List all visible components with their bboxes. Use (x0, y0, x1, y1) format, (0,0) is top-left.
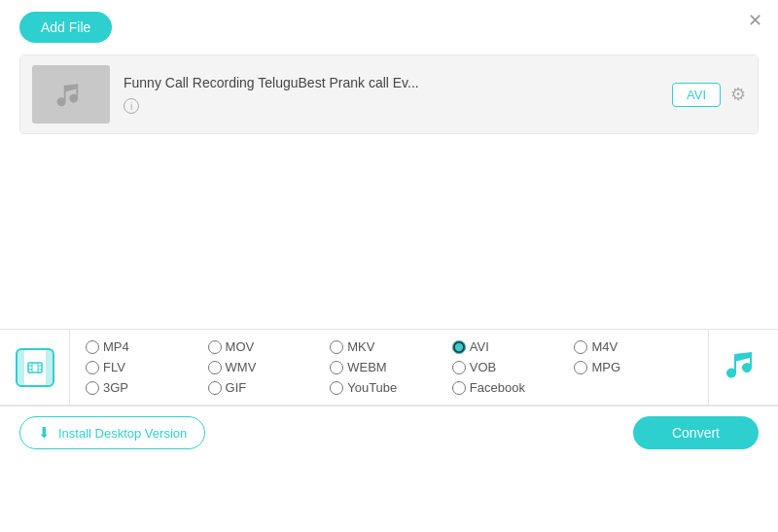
film-icon (16, 348, 54, 387)
format-option-vob[interactable]: VOB (452, 360, 571, 374)
download-icon: ⬇ (38, 424, 51, 442)
format-option-m4v[interactable]: M4V (574, 339, 692, 354)
format-badge-button[interactable]: AVI (672, 83, 721, 107)
close-button[interactable]: ✕ (748, 12, 762, 29)
format-option-mpg[interactable]: MPG (574, 360, 692, 374)
format-option-3gp[interactable]: 3GP (86, 380, 204, 395)
video-format-tab[interactable] (0, 330, 70, 405)
convert-button[interactable]: Convert (633, 416, 759, 449)
file-actions: AVI ⚙ (672, 83, 746, 107)
file-name: Funny Call Recording TeluguBest Prank ca… (124, 75, 672, 90)
format-option-wmv[interactable]: WMV (208, 360, 327, 374)
settings-icon[interactable]: ⚙ (730, 84, 746, 105)
format-option-facebook[interactable]: Facebook (452, 380, 571, 395)
file-item: Funny Call Recording TeluguBest Prank ca… (20, 55, 758, 133)
format-option-youtube[interactable]: YouTube (330, 380, 448, 395)
file-list: Funny Call Recording TeluguBest Prank ca… (19, 54, 759, 134)
format-option-gif[interactable]: GIF (208, 380, 327, 395)
format-area: MP4 MOV MKV AVI M4V FLV WMV WEBM VOB MPG (0, 329, 778, 405)
audio-tab-icon (726, 346, 761, 388)
install-desktop-button[interactable]: ⬇ Install Desktop Version (19, 416, 205, 449)
bottom-bar: ⬇ Install Desktop Version Convert (0, 406, 778, 459)
file-info: Funny Call Recording TeluguBest Prank ca… (110, 75, 672, 115)
empty-area (0, 134, 778, 329)
format-grid: MP4 MOV MKV AVI M4V FLV WMV WEBM VOB MPG (70, 330, 708, 405)
format-option-mov[interactable]: MOV (208, 339, 327, 354)
format-option-mp4[interactable]: MP4 (86, 339, 204, 354)
format-option-webm[interactable]: WEBM (330, 360, 448, 374)
add-file-button[interactable]: Add File (19, 12, 112, 43)
info-icon[interactable]: i (124, 98, 139, 114)
file-thumbnail (32, 65, 110, 124)
format-option-mkv[interactable]: MKV (330, 339, 448, 354)
audio-format-tab[interactable] (708, 330, 778, 405)
toolbar: Add File (0, 0, 778, 54)
music-icon (53, 77, 88, 112)
svg-rect-0 (28, 363, 42, 372)
format-option-avi[interactable]: AVI (452, 339, 571, 354)
format-option-flv[interactable]: FLV (86, 360, 204, 374)
